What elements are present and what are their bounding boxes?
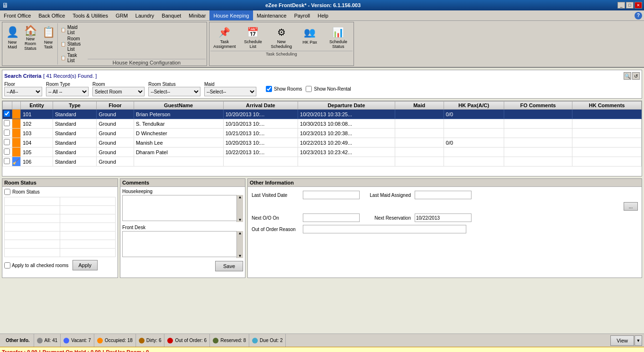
table-row[interactable]: 103 Standard Ground D Winchester 10/21/2… xyxy=(3,129,642,138)
row-checkbox[interactable] xyxy=(4,111,10,117)
table-row[interactable]: 104 Standard Ground Manish Lee 10/20/201… xyxy=(3,138,642,148)
other-info-button[interactable]: Other Info. xyxy=(2,334,34,347)
browse-button[interactable]: ... xyxy=(624,202,638,211)
front-desk-textarea[interactable] xyxy=(122,231,243,257)
search-icon[interactable]: 🔍 xyxy=(624,72,631,80)
table-row[interactable]: 101 Standard Ground Brian Peterson 10/20… xyxy=(3,110,642,119)
row-type: Standard xyxy=(53,129,96,138)
view-dropdown-button[interactable]: ▼ xyxy=(635,335,642,346)
room-status-panel: Room Status Room Status xyxy=(2,178,118,278)
out-of-order-row: Out of Order Reason xyxy=(252,225,638,233)
show-rooms-checkbox[interactable] xyxy=(266,86,272,92)
next-oo-input[interactable] xyxy=(303,213,360,222)
table-row[interactable]: 105 Standard Ground Dharam Patel 10/22/2… xyxy=(3,148,642,157)
show-non-rental-checkbox[interactable] xyxy=(306,86,312,92)
row-floor: Ground xyxy=(97,148,134,157)
row-checkbox[interactable] xyxy=(4,148,10,155)
room-status-checkbox-label: Room Status xyxy=(12,189,40,195)
row-check-cell xyxy=(3,129,12,138)
all-label: All: 41 xyxy=(45,338,58,343)
row-check-cell xyxy=(3,138,12,148)
hk-list-group: 📋 Maid List 📋 Room Status List 📋 Task Li… xyxy=(57,23,88,65)
maid-select[interactable]: --Select-- xyxy=(204,87,256,96)
new-room-status-button[interactable]: 🏠 New RoomStatus xyxy=(21,23,39,51)
row-departure: 10/23/2013 10:20:38... xyxy=(298,129,395,138)
new-scheduling-icon: ⚙ xyxy=(274,25,289,40)
schedule-list-button[interactable]: 📅 ScheduleList xyxy=(239,23,267,51)
out-of-order-input[interactable] xyxy=(303,225,466,233)
dirty-label: Dirty: 6 xyxy=(146,338,162,343)
menu-tools-utilities[interactable]: Tools & Utilities xyxy=(69,10,112,20)
maid-list-item[interactable]: 📋 Maid List xyxy=(60,24,86,36)
last-visited-input[interactable] xyxy=(303,191,360,199)
row-flag-cell: 🧹 xyxy=(12,157,21,167)
task-scheduling-buttons: 📌 TaskAssignment 📅 ScheduleList ⚙ NewSch… xyxy=(210,23,353,51)
hk-scroll-up[interactable]: ▲ xyxy=(237,195,243,199)
new-scheduling-button[interactable]: ⚙ NewScheduling xyxy=(267,23,296,51)
hk-scroll-down[interactable]: ▼ xyxy=(237,218,243,222)
fd-scroll-down[interactable]: ▼ xyxy=(237,254,243,258)
new-task-button[interactable]: 📋 New Task xyxy=(39,23,57,51)
apply-all-checkbox[interactable] xyxy=(4,262,10,269)
task-list-item[interactable]: 📋 Task List xyxy=(60,52,86,64)
menu-maintenance[interactable]: Maintenance xyxy=(253,10,290,20)
task-assignment-button[interactable]: 📌 TaskAssignment xyxy=(210,23,239,51)
next-reservation-input[interactable] xyxy=(415,213,472,222)
new-maid-icon: 👤 xyxy=(5,25,20,40)
row-checkbox[interactable] xyxy=(4,120,10,126)
menu-minibar[interactable]: Minibar xyxy=(185,10,209,20)
due-out-indicator: Due Out: 2 xyxy=(249,334,286,347)
col-header-hkpax: HK Pax(A/C) xyxy=(444,102,504,110)
room-status-list-item[interactable]: 📋 Room Status List xyxy=(60,36,86,52)
row-guestname: Manish Lee xyxy=(134,138,223,148)
table-row[interactable]: 102 Standard Ground S. Tendulkar 10/10/2… xyxy=(3,119,642,129)
menu-house-keeping[interactable]: House Keeping xyxy=(209,10,253,20)
menu-front-office[interactable]: Front Office xyxy=(0,10,35,20)
row-hkcomments xyxy=(572,129,642,138)
room-field: Room Select Room xyxy=(92,82,145,96)
row-checkbox[interactable] xyxy=(4,158,10,164)
last-maid-input[interactable] xyxy=(415,191,472,199)
occupied-dot xyxy=(97,338,103,343)
refresh-icon[interactable]: ↺ xyxy=(632,72,640,80)
menu-grm[interactable]: GRM xyxy=(112,10,132,20)
room-status-panel-title: Room Status xyxy=(2,179,118,187)
housekeeping-comment-label: Housekeeping xyxy=(122,189,243,194)
table-row[interactable]: 🧹 106 Standard Ground xyxy=(3,157,642,167)
menu-payroll[interactable]: Payroll xyxy=(290,10,314,20)
schedule-status-button[interactable]: 📊 ScheduleStatus xyxy=(324,23,353,51)
new-maid-button[interactable]: 👤 New Maid xyxy=(3,23,21,51)
row-flag-cell xyxy=(12,110,21,119)
close-button[interactable]: ✕ xyxy=(635,2,642,9)
menu-back-office[interactable]: Back Office xyxy=(35,10,69,20)
minimize-button[interactable]: _ xyxy=(617,2,625,9)
fd-scrollbar: ▲ ▼ xyxy=(236,231,243,258)
row-hkpax xyxy=(444,148,504,157)
save-button[interactable]: Save xyxy=(215,261,243,271)
col-header-floor: Floor xyxy=(97,102,134,110)
room-status-checkbox[interactable] xyxy=(4,189,10,195)
row-checkbox[interactable] xyxy=(4,139,10,145)
col-header-hkcomments: HK Comments xyxy=(572,102,642,110)
room-status-select[interactable]: --Select-- xyxy=(148,87,200,96)
row-departure: 10/30/2013 10:08:08... xyxy=(298,119,395,129)
fd-scroll-up[interactable]: ▲ xyxy=(237,231,243,235)
search-fields-row: Floor --All-- Room Type -- All -- Room S… xyxy=(4,82,640,96)
floor-select[interactable]: --All-- xyxy=(4,87,42,96)
menu-banquet[interactable]: Banquet xyxy=(158,10,185,20)
transfer-text: Transfer : 0.00 xyxy=(2,349,37,352)
room-type-select[interactable]: -- All -- xyxy=(46,87,89,96)
show-non-rental-label: Show Non-Rental xyxy=(314,86,351,92)
maximize-button[interactable]: □ xyxy=(626,2,634,9)
room-select[interactable]: Select Room xyxy=(92,87,145,96)
menu-help[interactable]: Help xyxy=(314,10,332,20)
view-button[interactable]: View xyxy=(610,335,634,346)
hk-pax-button[interactable]: 👥 HK Pax xyxy=(296,23,324,51)
schedule-list-label: ScheduleList xyxy=(244,40,262,49)
housekeeping-textarea[interactable] xyxy=(122,195,243,221)
row-checkbox[interactable] xyxy=(4,130,10,136)
help-icon[interactable]: ? xyxy=(635,12,642,19)
maid-label: Maid xyxy=(204,82,256,87)
menu-laundry[interactable]: Laundry xyxy=(132,10,158,20)
apply-button[interactable]: Apply xyxy=(73,260,98,270)
